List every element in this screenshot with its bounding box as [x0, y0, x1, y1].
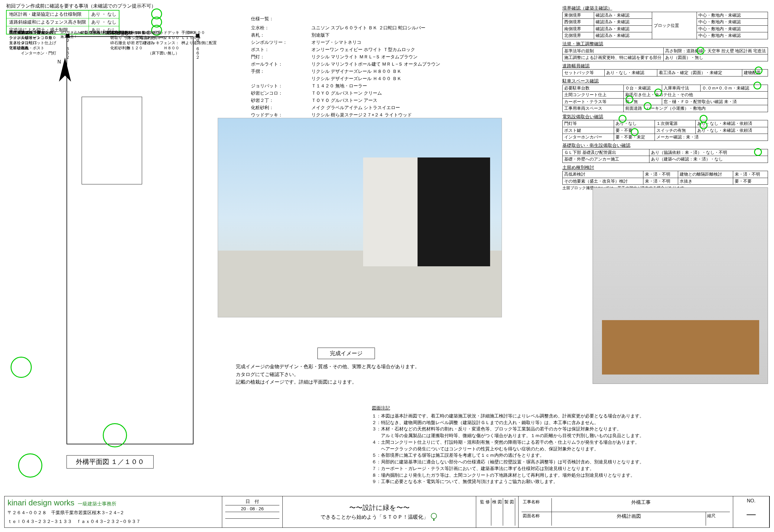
spec-list: 仕様一覧： 立水栓：ユニソン スプレ６０ライト ＢＫ ２口蛇口 蛇口シルバー 表… — [251, 15, 440, 126]
deck-image — [593, 187, 768, 384]
caption-label: 完成イメージ — [317, 348, 375, 359]
mark-circle — [11, 357, 32, 378]
mark-circle — [631, 128, 639, 136]
mark-circle — [18, 453, 42, 478]
svg-point-2 — [431, 513, 437, 519]
mark-circle — [754, 148, 762, 156]
right-checklists: 境界確認（建築主確認） 東側境界確認済み・未確認ブロック位置中心・敷地内・未確認… — [562, 4, 768, 191]
mark-circle — [753, 82, 761, 89]
mark-circle — [755, 67, 763, 74]
precheck-block: 初回プラン作成前に確認を要する事項（未確認でのプラン提示不可） 地区計画・建築協… — [6, 3, 156, 34]
title-block: kinari design works 一級建築士事務所 〒２６４−００２８ 千… — [4, 496, 770, 528]
plan-drawing: N 隣地境界線 ５．９５６ 道路境界線 ５．９５６ 隣地境界線 ２０．６６２ 隣… — [6, 30, 224, 469]
plan-title: 外構平面図 １／１００ — [67, 455, 154, 469]
svg-rect-3 — [433, 518, 434, 521]
compass-icon: N — [54, 57, 76, 91]
mark-circle — [626, 96, 633, 103]
precheck-title: 初回プラン作成前に確認を要する事項（未確認でのプラン提示不可） — [6, 3, 156, 9]
tree-icon — [430, 513, 438, 521]
caption-text: 完成イメージの金物デザイン・色彩・質感・その他、実際と異なる場合があります。 カ… — [236, 363, 420, 386]
mark-circle — [654, 89, 662, 96]
mark-circle — [697, 47, 704, 55]
render-image — [218, 118, 502, 317]
mark-circle — [700, 122, 707, 129]
mark-circle — [619, 115, 626, 123]
mark-circle — [103, 423, 127, 447]
mark-circle — [644, 102, 652, 110]
company-name: kinari design works — [8, 498, 74, 507]
svg-text:N: N — [57, 59, 61, 64]
drawing-notes: 図面注記 １：本図は基本計画図です。着工時の建築施工状況・詳細施工検討等によりレ… — [372, 405, 759, 485]
